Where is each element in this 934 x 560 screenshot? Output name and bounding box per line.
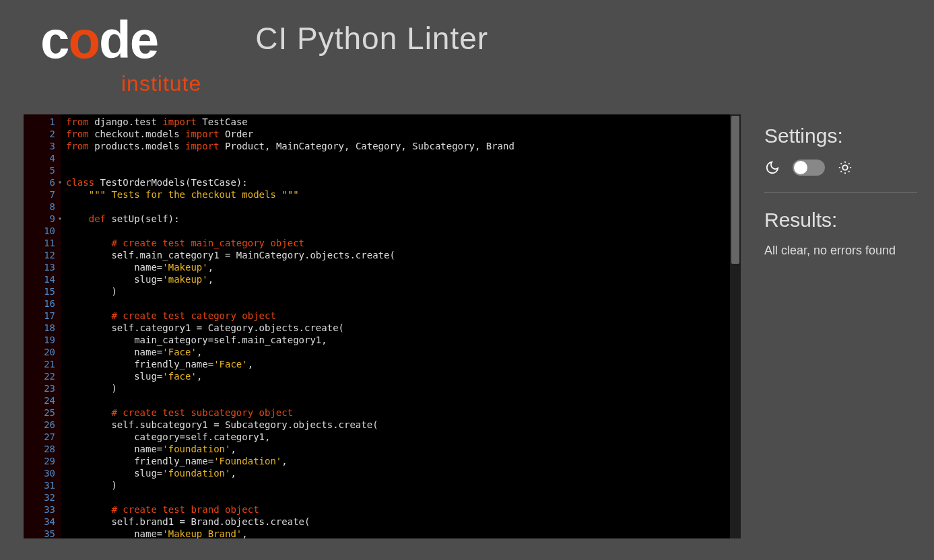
scroll-thumb[interactable]	[731, 116, 739, 264]
line-number: 21	[24, 358, 61, 370]
logo-main: code	[40, 13, 201, 66]
line-number: 8	[24, 201, 61, 213]
code-line[interactable]: # create test category object	[66, 310, 741, 322]
logo-subtitle: institute	[121, 71, 201, 96]
code-line[interactable]: from products.models import Product, Mai…	[66, 140, 741, 152]
line-number: 30	[24, 467, 61, 479]
code-line[interactable]: self.subcategory1 = Subcategory.objects.…	[66, 419, 741, 431]
line-number: 12	[24, 249, 61, 261]
code-line[interactable]: self.category1 = Category.objects.create…	[66, 322, 741, 334]
line-number: 5	[24, 164, 61, 176]
line-number: 20	[24, 346, 61, 358]
code-line[interactable]: from checkout.models import Order	[66, 128, 741, 140]
logo-letter-de: de	[99, 10, 158, 69]
line-number: 4	[24, 152, 61, 164]
line-number: 15	[24, 285, 61, 298]
code-line[interactable]	[66, 491, 741, 503]
code-line[interactable]: slug='makeup',	[66, 273, 741, 285]
line-number: 11	[24, 237, 61, 249]
line-number: 28	[24, 443, 61, 455]
code-line[interactable]: # create test subcategory object	[66, 407, 741, 419]
code-line[interactable]: friendly_name='Face',	[66, 358, 741, 370]
results-heading: Results:	[764, 209, 917, 232]
line-number: 25	[24, 407, 61, 419]
line-number: 7	[24, 188, 61, 201]
code-line[interactable]: name='Makeup',	[66, 261, 741, 273]
svg-line-7	[841, 171, 842, 172]
line-number: 18	[24, 322, 61, 334]
logo-letter-c: c	[40, 10, 68, 69]
code-line[interactable]: def setUp(self):	[66, 213, 741, 225]
main: 1234567891011121314151617181920212223242…	[0, 114, 934, 560]
line-number: 6	[24, 176, 61, 188]
line-number: 16	[24, 298, 61, 310]
line-number: 27	[24, 431, 61, 443]
line-number: 23	[24, 382, 61, 394]
code-line[interactable]: # create test main_category object	[66, 237, 741, 249]
code-line[interactable]: friendly_name='Foundation',	[66, 455, 741, 467]
code-line[interactable]: # create test brand object	[66, 503, 741, 516]
svg-line-4	[848, 171, 849, 172]
code-line[interactable]	[66, 164, 741, 176]
header: code institute CI Python Linter	[0, 0, 934, 114]
code-line[interactable]: )	[66, 479, 741, 491]
sun-icon	[837, 160, 853, 176]
line-number: 32	[24, 491, 61, 503]
line-number: 10	[24, 225, 61, 237]
code-line[interactable]: self.brand1 = Brand.objects.create(	[66, 516, 741, 528]
logo: code institute	[40, 13, 201, 96]
line-number: 33	[24, 503, 61, 516]
line-number: 1	[24, 116, 61, 128]
line-number: 24	[24, 394, 61, 407]
code-line[interactable]: )	[66, 285, 741, 298]
code-line[interactable]	[66, 201, 741, 213]
line-number: 19	[24, 334, 61, 346]
line-number: 2	[24, 128, 61, 140]
code-line[interactable]	[66, 225, 741, 237]
line-number: 35	[24, 528, 61, 540]
results-text: All clear, no errors found	[764, 244, 917, 258]
code-line[interactable]: from django.test import TestCase	[66, 116, 741, 128]
logo-letter-o: o	[68, 10, 99, 69]
toggle-knob	[794, 161, 807, 174]
code-line[interactable]	[66, 298, 741, 310]
code-line[interactable]: slug='face',	[66, 370, 741, 382]
scrollbar[interactable]	[730, 114, 741, 538]
code-line[interactable]: category=self.category1,	[66, 431, 741, 443]
page-title: CI Python Linter	[255, 20, 488, 57]
line-number: 3	[24, 140, 61, 152]
line-gutter: 1234567891011121314151617181920212223242…	[24, 114, 61, 538]
code-line[interactable]	[66, 394, 741, 407]
line-number: 22	[24, 370, 61, 382]
moon-icon	[764, 160, 780, 176]
code-line[interactable]: class TestOrderModels(TestCase):	[66, 176, 741, 188]
code-line[interactable]: slug='foundation',	[66, 467, 741, 479]
code-line[interactable]: name='Makeup Brand',	[66, 528, 741, 538]
sidebar: Settings: Results: All clear, no errors …	[741, 114, 934, 560]
line-number: 13	[24, 261, 61, 273]
code-line[interactable]: self.main_category1 = MainCategory.objec…	[66, 249, 741, 261]
code-line[interactable]: name='foundation',	[66, 443, 741, 455]
svg-point-0	[842, 165, 847, 170]
line-number: 17	[24, 310, 61, 322]
code-line[interactable]: name='Face',	[66, 346, 741, 358]
theme-toggle[interactable]	[793, 160, 825, 176]
line-number: 29	[24, 455, 61, 467]
code-line[interactable]: main_category=self.main_category1,	[66, 334, 741, 346]
code-line[interactable]: )	[66, 382, 741, 394]
line-number: 9	[24, 213, 61, 225]
code-content[interactable]: from django.test import TestCasefrom che…	[61, 114, 741, 538]
svg-line-8	[848, 164, 849, 164]
line-number: 31	[24, 479, 61, 491]
settings-row	[764, 160, 917, 193]
svg-line-3	[841, 164, 842, 164]
line-number: 26	[24, 419, 61, 431]
code-line[interactable]	[66, 152, 741, 164]
settings-heading: Settings:	[764, 125, 917, 147]
code-line[interactable]: """ Tests for the checkout models """	[66, 188, 741, 201]
line-number: 34	[24, 516, 61, 528]
line-number: 14	[24, 273, 61, 285]
code-editor[interactable]: 1234567891011121314151617181920212223242…	[24, 114, 741, 538]
